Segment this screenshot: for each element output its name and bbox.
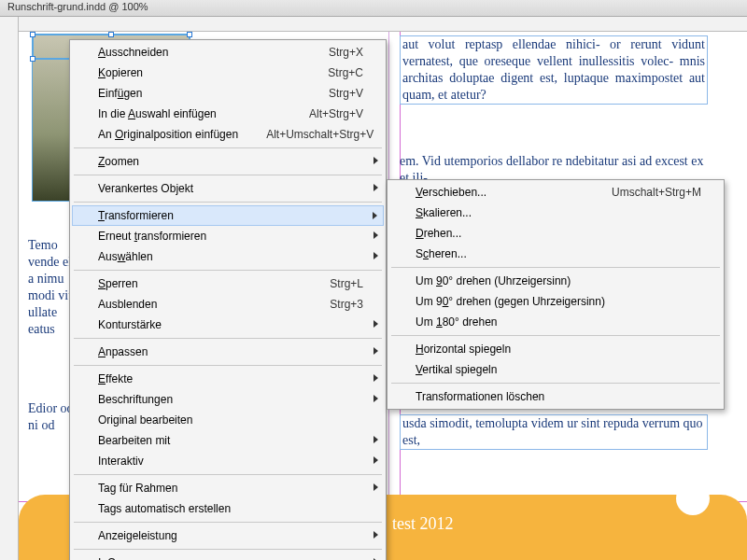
submenu-item-verschieben[interactable]: Verschieben...Umschalt+Strg+M <box>389 182 722 203</box>
menu-item-bearbeiten-mit[interactable]: Bearbeiten mit <box>72 430 384 451</box>
submenu-item-drehen[interactable]: Drehen... <box>389 223 722 244</box>
menu-item-label: Um 90° drehen (gegen Uhrzeigersinn) <box>416 295 605 308</box>
submenu-arrow-icon <box>374 531 378 539</box>
menu-shortcut: Alt+Umschalt+Strg+V <box>238 128 374 141</box>
menu-item-in-die-auswahl-einf-gen[interactable]: In die Auswahl einfügenAlt+Strg+V <box>72 104 384 124</box>
menu-item-beschriftungen[interactable]: Beschriftungen <box>72 389 384 410</box>
submenu-arrow-icon <box>374 374 378 382</box>
text-frame-right1[interactable]: aut volut reptasp ellendae nihici- or re… <box>400 35 708 105</box>
menu-separator <box>74 474 382 475</box>
menu-item-konturst-rke[interactable]: Konturstärke <box>72 315 384 335</box>
menu-item-label: Um 90° drehen (Uhrzeigersinn) <box>416 274 571 287</box>
menu-item-label: Transformieren <box>98 209 174 222</box>
menu-item-anpassen[interactable]: Anpassen <box>72 342 384 362</box>
menu-item-label: An Originalposition einfügen <box>98 128 238 141</box>
menu-item-label: Anzeigeleistung <box>98 529 177 542</box>
menu-shortcut: Strg+L <box>302 277 363 290</box>
menu-item-label: Um 180° drehen <box>416 315 498 329</box>
submenu-arrow-icon <box>374 157 378 164</box>
menu-item-an-originalposition-einf-gen[interactable]: An Originalposition einfügenAlt+Umschalt… <box>72 124 384 145</box>
menu-separator <box>74 365 382 366</box>
menu-item-label: Verankertes Objekt <box>98 182 193 195</box>
text-frame-right3[interactable]: usda simodit, temolupta videm ur sint re… <box>400 414 708 450</box>
menu-separator <box>74 202 382 203</box>
window-titlebar: Runschrift-grund.indd @ 100% <box>0 0 747 17</box>
menu-item-label: Effekte <box>98 372 133 385</box>
menu-item-label: InCopy <box>98 556 134 560</box>
menu-item-label: Tag für Rahmen <box>98 482 177 495</box>
menu-item-transformieren[interactable]: Transformieren <box>72 205 384 226</box>
menu-separator <box>74 270 382 271</box>
submenu-arrow-icon <box>374 320 378 328</box>
submenu-item-vertikal-spiegeln[interactable]: Vertikal spiegeln <box>389 359 722 380</box>
menu-item-erneut-transformieren[interactable]: Erneut transformieren <box>72 226 384 246</box>
menu-item-label: In die Auswahl einfügen <box>98 107 217 120</box>
menu-item-label: Bearbeiten mit <box>98 434 170 447</box>
menu-shortcut: Strg+X <box>301 46 363 59</box>
submenu-transformieren[interactable]: Verschieben...Umschalt+Strg+MSkalieren..… <box>387 179 725 410</box>
menu-item-original-bearbeiten[interactable]: Original bearbeiten <box>72 410 384 430</box>
menu-shortcut: Strg+3 <box>302 298 363 311</box>
submenu-item-horizontal-spiegeln[interactable]: Horizontal spiegeln <box>389 339 722 359</box>
menu-item-label: Tags automatisch erstellen <box>98 502 231 515</box>
submenu-arrow-icon <box>374 483 378 491</box>
menu-item-verankertes-objekt[interactable]: Verankertes Objekt <box>72 178 384 199</box>
menu-separator <box>74 147 382 148</box>
ruler-vertical[interactable] <box>0 17 19 560</box>
menu-item-incopy[interactable]: InCopy <box>72 553 384 560</box>
submenu-arrow-icon <box>374 184 378 191</box>
submenu-arrow-icon <box>374 252 378 259</box>
menu-item-label: Erneut transformieren <box>98 230 206 243</box>
submenu-item-transformationen-l-schen[interactable]: Transformationen löschen <box>389 386 722 407</box>
submenu-arrow-icon <box>374 436 378 443</box>
menu-item-sperren[interactable]: SperrenStrg+L <box>72 273 384 294</box>
menu-item-label: Scheren... <box>416 247 467 260</box>
submenu-item-um-90-drehen-gegen-uhrzeigersinn[interactable]: Um 90° drehen (gegen Uhrzeigersinn) <box>389 291 722 312</box>
context-menu[interactable]: AusschneidenStrg+XKopierenStrg+CEinfügen… <box>69 39 387 560</box>
submenu-arrow-icon <box>374 347 378 355</box>
menu-separator <box>74 522 382 523</box>
submenu-arrow-icon <box>374 456 378 464</box>
menu-item-ausblenden[interactable]: AusblendenStrg+3 <box>72 294 384 315</box>
menu-item-label: Kopieren <box>98 66 143 79</box>
menu-separator <box>391 335 720 336</box>
menu-item-label: Auswählen <box>98 250 153 263</box>
menu-shortcut: Strg+C <box>300 66 363 79</box>
footer-text: test 2012 <box>392 514 454 534</box>
ruler-horizontal[interactable] <box>19 17 747 32</box>
menu-item-label: Interaktiv <box>98 455 144 468</box>
menu-item-label: Skalieren... <box>416 206 472 219</box>
submenu-item-skalieren[interactable]: Skalieren... <box>389 203 722 223</box>
menu-item-label: Verschieben... <box>416 186 486 199</box>
submenu-item-um-180-drehen[interactable]: Um 180° drehen <box>389 312 722 332</box>
menu-shortcut: Strg+V <box>301 87 363 100</box>
submenu-item-um-90-drehen-uhrzeigersinn[interactable]: Um 90° drehen (Uhrzeigersinn) <box>389 271 722 291</box>
menu-separator <box>74 175 382 175</box>
menu-item-label: Drehen... <box>416 227 461 240</box>
menu-item-label: Transformationen löschen <box>416 390 544 403</box>
menu-item-anzeigeleistung[interactable]: Anzeigeleistung <box>72 525 384 546</box>
menu-item-zoomen[interactable]: Zoomen <box>72 151 384 172</box>
menu-item-tag-f-r-rahmen[interactable]: Tag für Rahmen <box>72 478 384 498</box>
menu-item-label: Original bearbeiten <box>98 413 192 427</box>
menu-item-ausw-hlen[interactable]: Auswählen <box>72 246 384 267</box>
menu-item-ausschneiden[interactable]: AusschneidenStrg+X <box>72 42 384 63</box>
menu-item-effekte[interactable]: Effekte <box>72 369 384 389</box>
menu-item-kopieren[interactable]: KopierenStrg+C <box>72 63 384 83</box>
menu-item-label: Ausblenden <box>98 298 157 311</box>
menu-separator <box>391 267 720 268</box>
menu-item-einf-gen[interactable]: EinfügenStrg+V <box>72 83 384 104</box>
menu-item-tags-automatisch-erstellen[interactable]: Tags automatisch erstellen <box>72 498 384 519</box>
menu-item-label: Konturstärke <box>98 318 162 331</box>
submenu-arrow-icon <box>374 231 378 239</box>
submenu-item-scheren[interactable]: Scheren... <box>389 244 722 264</box>
menu-shortcut: Umschalt+Strg+M <box>584 186 701 199</box>
menu-item-interaktiv[interactable]: Interaktiv <box>72 451 384 471</box>
menu-item-label: Zoomen <box>98 155 139 168</box>
footer-notch <box>676 482 710 515</box>
menu-item-label: Einfügen <box>98 87 142 100</box>
submenu-arrow-icon <box>374 395 378 402</box>
menu-separator <box>391 383 720 384</box>
menu-item-label: Ausschneiden <box>98 46 168 59</box>
submenu-arrow-icon <box>373 212 377 219</box>
